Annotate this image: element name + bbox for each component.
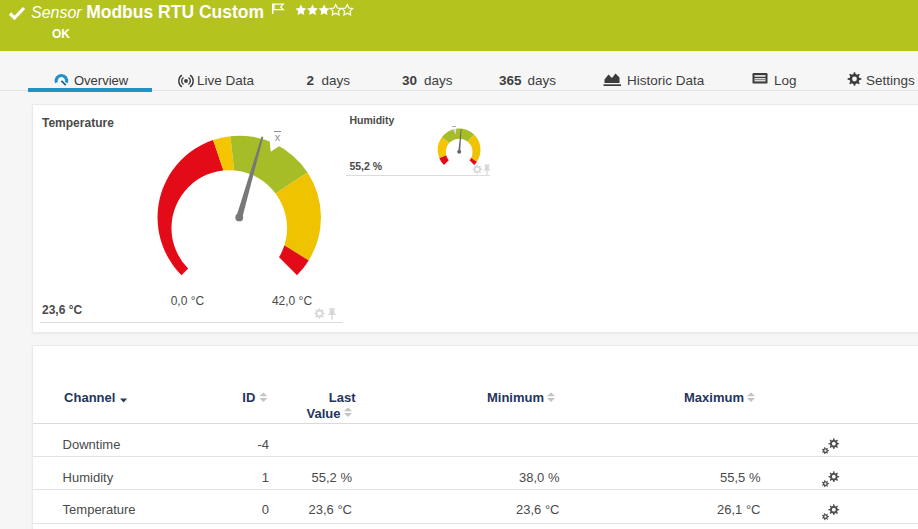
svg-text:x: x	[275, 131, 281, 143]
